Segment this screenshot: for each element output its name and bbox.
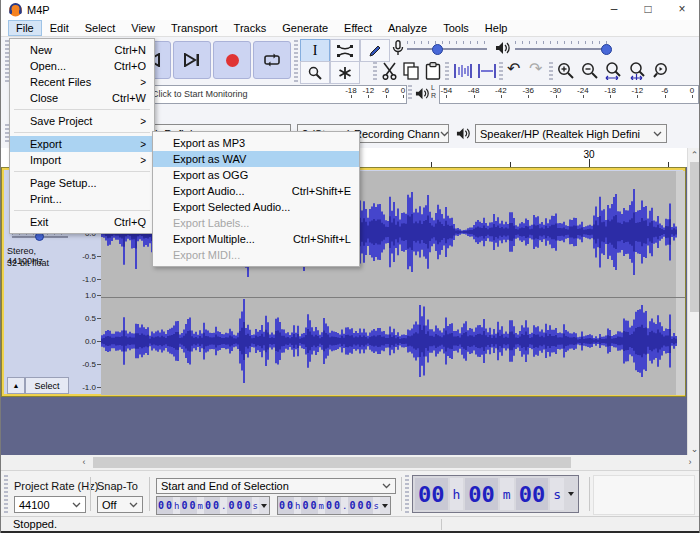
- time-digit[interactable]: m: [318, 497, 325, 514]
- time-digit[interactable]: h: [173, 497, 180, 514]
- position-unit[interactable]: s: [550, 478, 564, 510]
- time-digit[interactable]: 0: [325, 497, 333, 514]
- scroll-down-arrow[interactable]: ⌄: [688, 442, 700, 455]
- recording-meter[interactable]: Click to Start Monitoring -18-12-60: [147, 85, 407, 104]
- time-digit[interactable]: 0: [212, 497, 220, 514]
- zoom-out-button[interactable]: [581, 62, 599, 80]
- time-digit[interactable]: 0: [227, 497, 235, 514]
- tools-toolbar-gripper[interactable]: [294, 40, 298, 82]
- time-digit[interactable]: h: [294, 497, 301, 514]
- position-digits[interactable]: 00: [415, 478, 448, 510]
- menu-item-recent-files[interactable]: Recent Files>: [10, 74, 154, 90]
- time-digit[interactable]: 0: [235, 497, 243, 514]
- undo-button[interactable]: ↶: [507, 61, 520, 77]
- minimize-button[interactable]: –: [597, 0, 631, 20]
- menubar-item-tools[interactable]: Tools: [436, 21, 476, 35]
- time-digit[interactable]: 0: [333, 497, 341, 514]
- zoom-fit-button[interactable]: [629, 62, 647, 80]
- paste-button[interactable]: [425, 62, 441, 80]
- zoom-selection-button[interactable]: [605, 62, 623, 80]
- menu-item-close[interactable]: CloseCtrl+W: [10, 90, 154, 106]
- time-toolbar-gripper[interactable]: [405, 475, 409, 513]
- close-button[interactable]: ×: [665, 0, 699, 20]
- loop-button[interactable]: [253, 41, 291, 79]
- playback-slider-thumb[interactable]: [601, 44, 612, 55]
- playback-meter[interactable]: -54-48-42-36-30-24-18-12-60: [439, 85, 699, 104]
- scroll-up-arrow[interactable]: ⌃: [688, 148, 700, 161]
- menubar-item-file[interactable]: File: [9, 21, 41, 35]
- envelope-tool-button[interactable]: [330, 39, 360, 62]
- multi-tool-button[interactable]: [330, 61, 360, 84]
- collapse-track-button[interactable]: ▲: [7, 377, 25, 394]
- time-digit[interactable]: .: [341, 497, 348, 514]
- vertical-scroll-thumb[interactable]: [690, 162, 699, 312]
- menu-item-print[interactable]: Print...: [10, 191, 154, 207]
- scroll-right-arrow[interactable]: ›: [683, 455, 697, 470]
- menubar-item-generate[interactable]: Generate: [275, 21, 335, 35]
- menu-item-new[interactable]: NewCtrl+N: [10, 42, 154, 58]
- vertical-scrollbar[interactable]: ⌃ ⌄: [687, 148, 700, 455]
- selection-toolbar-gripper[interactable]: [4, 475, 8, 513]
- skip-to-end-button[interactable]: [173, 41, 211, 79]
- playback-device-combo[interactable]: Speaker/HP (Realtek High Defini: [475, 124, 667, 143]
- track-select-button[interactable]: Select: [25, 377, 69, 394]
- menubar-item-view[interactable]: View: [124, 21, 162, 35]
- menubar-item-transport[interactable]: Transport: [164, 21, 225, 35]
- time-digit[interactable]: 0: [157, 497, 165, 514]
- menu-item-open[interactable]: Open...Ctrl+O: [10, 58, 154, 74]
- time-digit[interactable]: .: [220, 497, 227, 514]
- audio-position-display[interactable]: 00h00m00s: [412, 475, 579, 513]
- position-unit[interactable]: m: [500, 478, 514, 510]
- maximize-button[interactable]: □: [631, 0, 665, 20]
- time-digit[interactable]: 0: [204, 497, 212, 514]
- selection-start-field[interactable]: 00h00m00.000s: [156, 496, 270, 515]
- time-digit[interactable]: 0: [286, 497, 294, 514]
- menu-item-exit[interactable]: ExitCtrl+Q: [10, 214, 154, 230]
- time-digit[interactable]: s: [373, 497, 380, 514]
- menubar-item-help[interactable]: Help: [478, 21, 515, 35]
- menu-item-export[interactable]: Export>: [10, 136, 154, 152]
- redo-button[interactable]: ↷: [529, 61, 542, 77]
- menu-item-save-project[interactable]: Save Project>: [10, 113, 154, 129]
- silence-audio-button[interactable]: [477, 63, 497, 79]
- playback-volume-slider[interactable]: [515, 48, 611, 50]
- menu-item-page-setup[interactable]: Page Setup...: [10, 175, 154, 191]
- edit-toolbar-gripper[interactable]: [373, 62, 377, 82]
- menu-item-export-selected-audio[interactable]: Export Selected Audio...: [153, 199, 359, 215]
- menubar-item-analyze[interactable]: Analyze: [381, 21, 434, 35]
- playback-meter-gripper[interactable]: [408, 85, 412, 101]
- draw-tool-button[interactable]: [360, 39, 390, 62]
- scroll-left-arrow[interactable]: ‹: [77, 455, 91, 470]
- time-format-dropdown-icon[interactable]: [261, 504, 267, 508]
- zoom-in-button[interactable]: [557, 62, 575, 80]
- time-digit[interactable]: 0: [301, 497, 309, 514]
- time-digit[interactable]: s: [252, 497, 259, 514]
- recording-volume-slider[interactable]: [407, 48, 487, 50]
- zoom-tool-button[interactable]: [300, 61, 330, 84]
- menu-item-export-audio[interactable]: Export Audio...Ctrl+Shift+E: [153, 183, 359, 199]
- record-button[interactable]: [213, 41, 251, 79]
- undo-group-gripper[interactable]: [499, 62, 503, 82]
- time-digit[interactable]: 0: [278, 497, 286, 514]
- position-digits[interactable]: 00: [465, 478, 498, 510]
- copy-button[interactable]: [403, 62, 420, 80]
- menubar-item-select[interactable]: Select: [78, 21, 123, 35]
- selection-end-field[interactable]: 00h00m00.000s: [277, 496, 391, 515]
- menubar-item-tracks[interactable]: Tracks: [227, 21, 274, 35]
- time-digit[interactable]: 0: [365, 497, 373, 514]
- time-digit[interactable]: 0: [189, 497, 197, 514]
- position-format-dropdown-icon[interactable]: [568, 492, 574, 496]
- edit-group-gripper[interactable]: [445, 62, 449, 82]
- time-digit[interactable]: 0: [348, 497, 356, 514]
- zoom-toggle-button[interactable]: [653, 62, 671, 80]
- time-digit[interactable]: m: [197, 497, 204, 514]
- project-rate-combo[interactable]: 44100: [14, 496, 86, 513]
- monitoring-label[interactable]: Click to Start Monitoring: [152, 89, 248, 99]
- time-format-dropdown-icon[interactable]: [382, 504, 388, 508]
- menu-item-export-multiple[interactable]: Export Multiple...Ctrl+Shift+L: [153, 231, 359, 247]
- menubar-item-effect[interactable]: Effect: [337, 21, 379, 35]
- menu-item-export-as-mp3[interactable]: Export as MP3: [153, 135, 359, 151]
- recording-slider-thumb[interactable]: [432, 44, 443, 55]
- time-digit[interactable]: 0: [180, 497, 188, 514]
- time-digit[interactable]: 0: [165, 497, 173, 514]
